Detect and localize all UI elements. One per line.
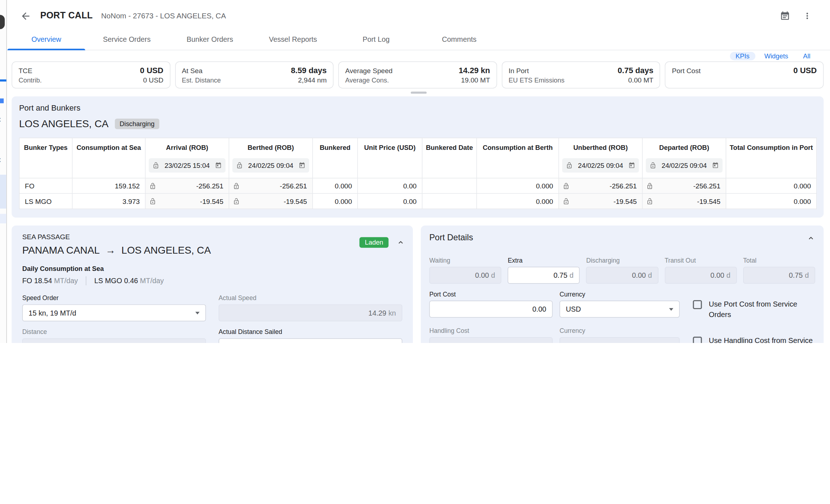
daily-lsmgo: LS MGO 0.46 MT/day xyxy=(94,277,164,285)
daily-fo: FO 18.54 MT/day xyxy=(22,277,78,285)
bunkered-value[interactable]: 0.000 xyxy=(313,178,358,193)
actual-distance-sailed-input[interactable]: 0.00 nm xyxy=(219,338,402,343)
bunkers-table: Bunker Types Consumption at Sea Arrival … xyxy=(19,138,817,209)
lock-open-icon xyxy=(646,182,653,189)
kpi-resize-handle[interactable] xyxy=(411,92,427,94)
handling-cost-label: Handling Cost xyxy=(429,327,553,335)
total-input: 0.75d xyxy=(743,267,815,284)
more-options-button[interactable] xyxy=(800,9,814,23)
lock-open-icon xyxy=(233,182,240,189)
departed-rob-cell[interactable]: -256.251 xyxy=(642,178,726,193)
speed-order-select[interactable]: 15 kn, 19 MT/d xyxy=(22,304,206,321)
use-handling-cost-option[interactable]: Use Handling Cost from Service Orders xyxy=(687,327,815,343)
use-handling-cost-checkbox[interactable] xyxy=(693,337,702,343)
calendar-button[interactable] xyxy=(778,9,792,23)
calendar-icon[interactable] xyxy=(628,162,635,169)
kpi-label: TCE xyxy=(18,67,32,75)
lock-open-icon xyxy=(233,198,240,205)
kpi-sublabel: Contrib. xyxy=(18,77,41,84)
calendar-icon[interactable] xyxy=(712,162,719,169)
arrival-rob-cell[interactable]: -19.545 xyxy=(145,193,229,209)
kpi-value: 14.29 kn xyxy=(459,66,490,75)
port-cost-input[interactable]: 0.00 xyxy=(429,301,553,318)
kpi-subvalue: 0 USD xyxy=(143,76,163,84)
col-header-unit-price: Unit Price (USD) xyxy=(358,138,422,154)
departed-date-input[interactable]: 24/02/25 09:04 xyxy=(646,158,723,173)
port-name: LOS ANGELES, CA xyxy=(19,118,108,130)
port-cost-label: Port Cost xyxy=(429,291,553,298)
waiting-label: Waiting xyxy=(429,257,501,264)
departed-rob-cell[interactable]: -19.545 xyxy=(642,193,726,209)
unberthed-rob-cell[interactable]: -19.545 xyxy=(559,193,642,209)
bunkered-value[interactable]: 0.000 xyxy=(313,193,358,209)
kpi-view-switcher: KPIs Widgets All xyxy=(8,50,830,61)
unit-price-value[interactable]: 0.00 xyxy=(358,178,422,193)
tab-overview[interactable]: Overview xyxy=(8,32,85,50)
sea-passage-label: SEA PASSAGE xyxy=(22,233,402,241)
view-widgets-link[interactable]: Widgets xyxy=(759,52,794,61)
currency2-select: USD xyxy=(559,337,680,343)
tab-bunker-orders[interactable]: Bunker Orders xyxy=(168,32,251,50)
fuel-type: LS MGO xyxy=(19,193,72,209)
extra-input[interactable]: 0.75d xyxy=(508,267,580,284)
discharging-input: 0.00d xyxy=(586,267,658,284)
unberthed-rob-cell[interactable]: -256.251 xyxy=(559,178,642,193)
sea-passage-from: PANAMA CANAL xyxy=(22,245,100,256)
arrival-date-input[interactable]: 23/02/25 15:04 xyxy=(149,158,226,173)
route-arrow-icon: → xyxy=(106,245,116,256)
currency-select[interactable]: USD xyxy=(559,301,680,318)
tab-port-log[interactable]: Port Log xyxy=(335,32,418,50)
kpi-label: Port Cost xyxy=(672,67,701,75)
bunkered-date-cell[interactable] xyxy=(422,178,477,193)
waiting-input: 0.00d xyxy=(429,267,501,284)
use-port-cost-option[interactable]: Use Port Cost from Service Orders xyxy=(687,291,815,320)
kpi-card-in-port: In Port0.75 days EU ETS Emissions0.00 MT xyxy=(502,61,660,88)
calendar-icon[interactable] xyxy=(215,162,222,169)
total-consumption-value: 0.000 xyxy=(726,193,816,209)
view-kpis-link[interactable]: KPIs xyxy=(730,52,755,61)
dropdown-caret-icon xyxy=(195,312,200,314)
app-window: PORT CALL NoNom - 27673 - LOS ANGELES, C… xyxy=(8,0,830,343)
berthed-rob-cell[interactable]: -19.545 xyxy=(229,193,313,209)
top-bar: PORT CALL NoNom - 27673 - LOS ANGELES, C… xyxy=(8,0,830,32)
use-handling-cost-label: Use Handling Cost from Service Orders xyxy=(709,336,815,343)
bunkered-date-cell[interactable] xyxy=(422,193,477,209)
lock-open-icon xyxy=(646,198,653,205)
background-accent-mark xyxy=(0,98,4,103)
dropdown-caret-icon xyxy=(669,308,673,310)
page-title: PORT CALL xyxy=(40,10,93,21)
collapse-chevron-icon[interactable] xyxy=(397,238,405,247)
currency2-label: Currency xyxy=(559,327,680,335)
col-header-total-consumption: Total Consumption in Port xyxy=(726,138,816,154)
port-and-bunkers-title: Port and Bunkers xyxy=(19,103,816,112)
speed-order-label: Speed Order xyxy=(22,294,206,302)
collapse-chevron-icon[interactable] xyxy=(807,234,815,242)
tab-service-orders[interactable]: Service Orders xyxy=(85,32,169,50)
kpi-card-port-cost: Port Cost0 USD xyxy=(665,61,824,88)
consumption-at-berth-value: 0.000 xyxy=(477,193,559,209)
kpi-subvalue: 19.00 MT xyxy=(461,76,490,84)
kpi-value: 0 USD xyxy=(140,66,164,75)
view-all-link[interactable]: All xyxy=(797,52,816,61)
calendar-icon[interactable] xyxy=(299,162,305,169)
calendar-icon xyxy=(780,10,790,21)
kpi-card-tce: TCE0 USD Contrib.0 USD xyxy=(12,61,170,88)
background-accent-bar xyxy=(0,79,7,81)
col-header-consumption-at-berth: Consumption at Berth xyxy=(477,138,558,154)
berthed-date-input[interactable]: 24/02/25 09:04 xyxy=(232,158,309,173)
kpi-card-average-speed: Average Speed14.29 kn Average Cons.19.00… xyxy=(338,61,497,88)
discharging-label: Discharging xyxy=(586,257,658,264)
use-port-cost-checkbox[interactable] xyxy=(693,300,702,309)
use-port-cost-label: Use Port Cost from Service Orders xyxy=(709,299,815,320)
port-status-badge: Discharging xyxy=(115,119,159,129)
arrival-rob-cell[interactable]: -256.251 xyxy=(145,178,229,193)
tab-comments[interactable]: Comments xyxy=(418,32,501,50)
back-button[interactable] xyxy=(19,9,32,22)
berthed-rob-cell[interactable]: -256.251 xyxy=(229,178,313,193)
col-header-bunkered-date: Bunkered Date xyxy=(423,138,477,154)
handling-cost-input: 0.00 xyxy=(429,337,553,343)
unit-price-value[interactable]: 0.00 xyxy=(358,193,422,209)
unberthed-date-input[interactable]: 24/02/25 09:04 xyxy=(562,158,639,173)
kpi-value: 0 USD xyxy=(793,66,817,75)
tab-vessel-reports[interactable]: Vessel Reports xyxy=(251,32,335,50)
